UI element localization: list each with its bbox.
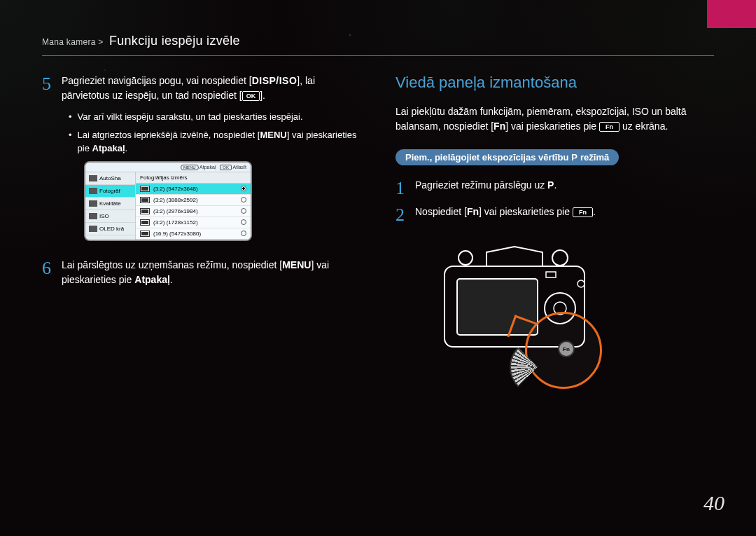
svg-point-3 [552,250,568,266]
radio-icon [241,219,246,225]
lcd-body: AutoShaFotogrāfKvalitāteISOOLED krā Foto… [85,172,251,240]
lcd-left-item: Fotogrāf [85,185,135,198]
lcd-right-row: (16:9) (5472x3080) [136,228,251,240]
step-1: 1 Pagrieziet režīmu pārslēgu uz P. [396,178,714,198]
breadcrumb: Mana kamera > Funkciju iespēju izvēle [42,34,714,56]
lcd-right-row: (3:2) (3888x2592) [136,195,251,206]
lcd-left-item: Kvalitāte [85,198,135,210]
step-body: Pagrieziet režīmu pārslēgu uz P. [415,178,714,193]
step-number: 2 [396,206,415,224]
sub-bullet-2: Lai atgrieztos iepriekšējā izvēlnē, nosp… [69,128,360,156]
lcd-top-bar: MENU Atpakaļ OK Atlasīt [85,163,251,172]
back-label: Atpakaļ [134,274,170,285]
lcd-right-row-label: (3:2) (5472x3648) [153,186,198,192]
fn-label: Fn [493,121,505,132]
step-body: Pagrieziet navigācijas pogu, vai nospied… [62,74,360,103]
content-columns: 5 Pagrieziet navigācijas pogu, vai nospi… [42,74,714,494]
lcd-menu-pill: MENU [181,165,199,170]
lcd-right-row-label: (16:9) (5472x3080) [153,231,201,237]
corner-accent [707,0,756,28]
left-column: 5 Pagrieziet navigācijas pogu, vai nospi… [42,74,360,494]
menu-label: MENU [282,259,311,270]
aspect-icon [140,208,150,214]
fn-button-icon: Fn [599,122,620,132]
fn-physical-button-icon: Fn [558,341,575,357]
lcd-right-head: Fotogrāfijas izmērs [136,172,251,184]
step-number: 5 [42,75,62,93]
camera-lcd-mock: MENU Atpakaļ OK Atlasīt AutoShaFotogrāfK… [84,161,252,241]
dial-icon [510,339,566,395]
step-5: 5 Pagrieziet navigācijas pogu, vai nospi… [42,74,360,103]
lcd-right-row: (3:2) (5472x3648) [136,184,251,195]
lcd-right-row-label: (3:2) (2976x1984) [153,208,198,214]
aspect-icon [140,197,150,203]
sub-bullet-1: Var arī vilkt iespēju sarakstu, un tad p… [69,110,360,124]
page-number: 40 [704,491,724,515]
right-column: Viedā paneļa izmantošana Lai piekļūtu da… [396,74,714,494]
lcd-left-item-label: ISO [99,213,109,219]
disp-iso-label: DISP/ISO [252,75,298,86]
lcd-ok-pill: OK [220,165,232,170]
lcd-left-item: OLED krā [85,223,135,235]
aspect-icon [140,219,150,226]
fn-label: Fn [467,206,479,217]
lcd-left-item-label: AutoSha [99,175,121,181]
step-2: 2 Nospiediet [Fn] vai pieskarieties pie … [396,205,714,224]
lcd-right-list: Fotogrāfijas izmērs (3:2) (5472x3648)(3:… [136,172,251,240]
step-number: 1 [396,179,415,198]
section-title: Viedā paneļa izmantošana [396,74,714,92]
breadcrumb-title: Funkciju iespēju izvēle [109,34,240,48]
lcd-right-row: (3:2) (2976x1984) [136,206,251,217]
fn-callout-circle: Fn [525,312,602,389]
lcd-select-label: Atlasīt [233,165,246,170]
svg-point-2 [458,251,472,265]
lcd-right-row-label: (3:2) (3888x2592) [153,197,198,203]
step-body: Nospiediet [Fn] vai pieskarieties pie Fn… [415,205,714,219]
thumbnail-icon [89,226,97,232]
intro-text: Lai piekļūtu dažām funkcijām, piemēram, … [396,104,714,134]
step-number: 6 [42,259,62,277]
lcd-left-item: ISO [85,210,135,223]
lcd-left-item: AutoSha [85,172,135,185]
step-6: 6 Lai pārslēgtos uz uzņemšanas režīmu, n… [42,258,360,287]
lcd-left-item-label: Kvalitāte [99,200,121,207]
lcd-right-row-label: (3:2) (1728x1152) [153,219,198,226]
aspect-icon [140,186,150,192]
radio-icon [241,197,246,202]
example-pill: Piem., pielāgojiet ekspozīcijas vērtību … [396,149,619,165]
step-body: Lai pārslēgtos uz uzņemšanas režīmu, nos… [62,258,360,287]
aspect-icon [140,231,150,237]
radio-icon [241,231,246,236]
back-label: Atpakaļ [92,143,125,153]
fn-button-icon: Fn [573,207,593,217]
lcd-back-label: Atpakaļ [200,165,216,170]
ok-key-icon: OK [242,91,260,101]
thumbnail-icon [89,188,97,194]
lcd-right-row: (3:2) (1728x1152) [136,217,251,228]
svg-point-6 [578,280,584,287]
lcd-left-item-label: OLED krā [99,226,124,232]
thumbnail-icon [89,175,97,181]
radio-icon [241,186,246,191]
thumbnail-icon [89,213,97,219]
radio-icon [241,208,246,214]
camera-illustration: Fn [424,231,640,389]
lcd-left-item-label: Fotogrāf [99,188,120,194]
breadcrumb-prefix: Mana kamera > [42,37,104,47]
lcd-left-list: AutoShaFotogrāfKvalitāteISOOLED krā [85,172,136,240]
menu-label: MENU [260,130,286,140]
p-mode-icon: P [571,152,578,163]
thumbnail-icon [89,200,97,207]
svg-rect-7 [546,272,556,277]
